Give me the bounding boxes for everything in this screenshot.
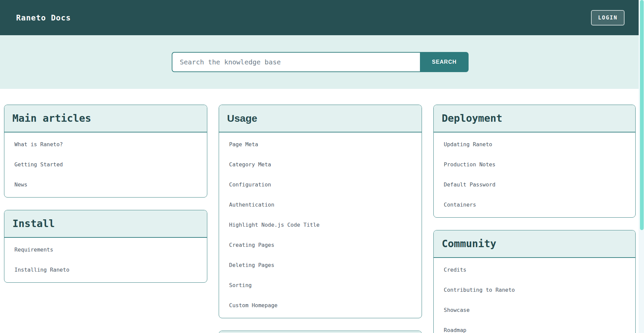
category-item-link[interactable]: Category Meta [219,154,422,174]
category-item-link[interactable]: Updating Raneto [434,134,635,154]
category-title: Community [442,238,627,250]
category-title: Usage [227,112,414,124]
category-item-link[interactable]: Contributing to Raneto [434,280,635,300]
cards-column-right: Deployment Updating RanetoProduction Not… [433,105,636,333]
page-scrollbar-thumb[interactable] [640,0,644,230]
category-item-link[interactable]: Containers [434,195,635,215]
page-scrollbar-track[interactable] [639,0,644,333]
category-item-link[interactable]: Installing Raneto [4,260,207,280]
category-item-link[interactable]: Configuration [219,174,422,195]
category-title: Deployment [442,112,627,124]
category-item-link[interactable]: Sorting [219,275,422,295]
login-button[interactable]: LOGIN [591,10,625,25]
cards-column-middle: Usage Page MetaCategory MetaConfiguratio… [219,105,422,333]
category-item-link[interactable]: Requirements [4,239,207,260]
top-navbar: Raneto Docs LOGIN [0,0,644,35]
category-card: Community CreditsContributing to RanetoS… [433,230,636,333]
category-card-header: Install [4,210,207,238]
category-card-header: Main articles [4,105,207,132]
category-item-link[interactable]: Deleting Pages [219,255,422,275]
category-item-link[interactable]: Highlight Node.js Code Title [219,215,422,235]
category-card [219,331,422,333]
category-card: Deployment Updating RanetoProduction Not… [433,105,636,218]
search-button[interactable]: SEARCH [420,52,469,72]
category-item-link[interactable]: Authentication [219,195,422,215]
category-item-link[interactable]: Roadmap [434,320,635,333]
category-card: Usage Page MetaCategory MetaConfiguratio… [219,105,422,318]
category-item-link[interactable]: Production Notes [434,154,635,174]
category-item-link[interactable]: Showcase [434,300,635,320]
category-item-link[interactable]: What is Raneto? [4,134,207,154]
category-card: Install RequirementsInstalling Raneto [4,210,207,283]
category-title: Install [12,218,199,230]
category-item-list: Page MetaCategory MetaConfigurationAuthe… [219,132,422,318]
site-title: Raneto Docs [16,13,71,22]
search-hero-band: SEARCH [0,35,644,89]
category-item-link[interactable]: News [4,174,207,195]
search-input[interactable] [172,52,420,72]
category-card: Main articles What is Raneto?Getting Sta… [4,105,207,198]
search-bar: SEARCH [172,52,469,72]
cards-column-left: Main articles What is Raneto?Getting Sta… [4,105,207,295]
category-item-list: Updating RanetoProduction NotesDefault P… [434,132,635,217]
category-card-header [219,331,422,333]
category-card-header: Deployment [434,105,635,132]
category-item-link[interactable]: Default Password [434,174,635,195]
category-item-link[interactable]: Credits [434,260,635,280]
category-card-header: Usage [219,105,422,132]
category-item-list: What is Raneto?Getting StartedNews [4,132,207,197]
category-item-list: RequirementsInstalling Raneto [4,238,207,282]
category-item-link[interactable]: Getting Started [4,154,207,174]
category-item-link[interactable]: Page Meta [219,134,422,154]
category-card-header: Community [434,230,635,258]
category-title: Main articles [12,112,199,124]
category-item-list: CreditsContributing to RanetoShowcaseRoa… [434,258,635,333]
category-item-link[interactable]: Creating Pages [219,235,422,255]
category-item-link[interactable]: Custom Homepage [219,295,422,315]
